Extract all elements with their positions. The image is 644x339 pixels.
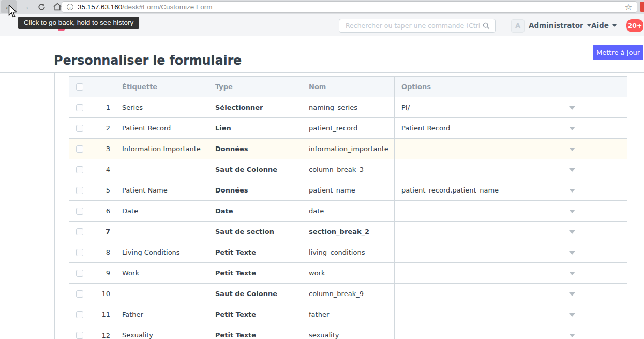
- grid-row[interactable]: 12 Sexuality Petit Texte sexuality: [69, 325, 627, 339]
- grid-row[interactable]: 2 Patient Record Lien patient_record Pat…: [69, 118, 627, 139]
- row-checkbox[interactable]: [76, 270, 83, 277]
- cell-type[interactable]: Saut de section: [208, 222, 302, 242]
- grid-row[interactable]: 7 Saut de section section_break_2: [69, 222, 627, 242]
- chevron-down-icon[interactable]: [569, 251, 575, 255]
- grid-row-select: 4: [69, 159, 115, 180]
- chevron-down-icon[interactable]: [569, 210, 575, 213]
- site-info-icon[interactable]: i: [67, 4, 73, 10]
- chevron-down-icon[interactable]: [569, 127, 575, 130]
- grid-row[interactable]: 4 Saut de Colonne column_break_3: [69, 159, 627, 180]
- cell-options[interactable]: [395, 304, 533, 325]
- row-checkbox[interactable]: [76, 311, 83, 318]
- search-icon[interactable]: [483, 22, 490, 30]
- select-all-checkbox[interactable]: [76, 83, 83, 91]
- cell-type[interactable]: Petit Texte: [208, 304, 302, 325]
- update-button[interactable]: Mettre à Jour: [593, 45, 643, 60]
- chevron-down-icon[interactable]: [569, 272, 575, 275]
- cell-name[interactable]: date: [302, 201, 395, 221]
- cell-name[interactable]: work: [302, 263, 395, 283]
- cell-type[interactable]: Date: [208, 201, 302, 221]
- row-checkbox[interactable]: [76, 208, 83, 215]
- cell-label[interactable]: Father: [115, 304, 208, 325]
- cell-label[interactable]: Sexuality: [115, 325, 208, 339]
- cell-name[interactable]: information_importante: [302, 139, 395, 159]
- grid-row[interactable]: 1 Series Sélectionner naming_series PI/: [69, 97, 627, 118]
- row-checkbox[interactable]: [76, 104, 83, 111]
- cell-options[interactable]: [395, 263, 533, 283]
- row-checkbox[interactable]: [76, 290, 83, 298]
- cell-options[interactable]: [395, 325, 533, 339]
- chevron-down-icon[interactable]: [569, 148, 575, 151]
- chevron-down-icon[interactable]: [569, 168, 575, 172]
- cell-type[interactable]: Saut de Colonne: [208, 284, 302, 304]
- global-search-input[interactable]: [339, 22, 483, 30]
- cell-options[interactable]: Patient Record: [395, 118, 533, 138]
- row-checkbox[interactable]: [76, 125, 83, 132]
- cell-options[interactable]: [395, 242, 533, 262]
- user-menu[interactable]: Administrator: [529, 14, 591, 36]
- row-checkbox[interactable]: [76, 187, 83, 194]
- grid-row[interactable]: 8 Living Conditions Petit Texte living_c…: [69, 242, 627, 263]
- chevron-down-icon[interactable]: [569, 106, 575, 110]
- cell-label[interactable]: Patient Record: [115, 118, 208, 138]
- cell-type[interactable]: Sélectionner: [208, 97, 302, 117]
- cell-options[interactable]: [395, 139, 533, 159]
- chevron-down-icon[interactable]: [569, 230, 575, 234]
- cell-label[interactable]: Work: [115, 263, 208, 283]
- cell-type[interactable]: Petit Texte: [208, 242, 302, 262]
- cell-label[interactable]: Information Importante: [115, 139, 208, 159]
- grid-row[interactable]: 3 Information Importante Données informa…: [69, 139, 627, 159]
- cell-options[interactable]: [395, 201, 533, 221]
- cell-options[interactable]: patient_record.patient_name: [395, 180, 533, 200]
- chevron-down-icon[interactable]: [569, 292, 575, 296]
- forward-button[interactable]: →: [18, 0, 33, 13]
- grid-row[interactable]: 5 Patient Name Données patient_name pati…: [69, 180, 627, 201]
- cell-name[interactable]: sexuality: [302, 325, 395, 339]
- notifications-badge[interactable]: 20+: [626, 19, 643, 32]
- help-menu[interactable]: Aide: [591, 14, 617, 36]
- cell-name[interactable]: column_break_3: [302, 159, 395, 180]
- chevron-down-icon[interactable]: [569, 334, 575, 337]
- extension-icon[interactable]: [640, 2, 644, 12]
- address-bar[interactable]: i 35.157.63.160/desk#Form/Customize Form…: [62, 1, 637, 13]
- cell-label[interactable]: Living Conditions: [115, 242, 208, 262]
- cell-label[interactable]: [115, 284, 208, 304]
- cell-name[interactable]: father: [302, 304, 395, 325]
- cell-label[interactable]: [115, 159, 208, 180]
- grid-row[interactable]: 9 Work Petit Texte work: [69, 263, 627, 284]
- cell-options[interactable]: [395, 284, 533, 304]
- cell-options[interactable]: [395, 159, 533, 180]
- row-checkbox[interactable]: [76, 166, 83, 173]
- refresh-button[interactable]: [34, 0, 49, 13]
- row-checkbox[interactable]: [76, 145, 83, 153]
- cell-label[interactable]: Date: [115, 201, 208, 221]
- cell-type[interactable]: Petit Texte: [208, 325, 302, 339]
- home-icon: [53, 2, 62, 11]
- cell-type[interactable]: Saut de Colonne: [208, 159, 302, 180]
- cell-name[interactable]: column_break_9: [302, 284, 395, 304]
- cell-label[interactable]: [115, 222, 208, 242]
- cell-name[interactable]: naming_series: [302, 97, 395, 117]
- bookmark-star-icon[interactable]: ☆: [625, 2, 632, 12]
- cell-options[interactable]: [395, 222, 533, 242]
- chevron-down-icon[interactable]: [569, 189, 575, 193]
- grid-row[interactable]: 11 Father Petit Texte father: [69, 304, 627, 325]
- cell-label[interactable]: Series: [115, 97, 208, 117]
- grid-row[interactable]: 10 Saut de Colonne column_break_9: [69, 284, 627, 304]
- row-checkbox[interactable]: [76, 332, 83, 339]
- row-checkbox[interactable]: [76, 228, 83, 235]
- user-avatar[interactable]: A: [511, 19, 525, 33]
- row-checkbox[interactable]: [76, 249, 83, 256]
- chevron-down-icon[interactable]: [569, 313, 575, 317]
- cell-name[interactable]: patient_name: [302, 180, 395, 200]
- cell-type[interactable]: Petit Texte: [208, 263, 302, 283]
- cell-type[interactable]: Données: [208, 139, 302, 159]
- cell-name[interactable]: section_break_2: [302, 222, 395, 242]
- grid-row[interactable]: 6 Date Date date: [69, 201, 627, 222]
- cell-options[interactable]: PI/: [395, 97, 533, 117]
- cell-name[interactable]: living_conditions: [302, 242, 395, 262]
- cell-type[interactable]: Lien: [208, 118, 302, 138]
- cell-name[interactable]: patient_record: [302, 118, 395, 138]
- cell-type[interactable]: Données: [208, 180, 302, 200]
- cell-label[interactable]: Patient Name: [115, 180, 208, 200]
